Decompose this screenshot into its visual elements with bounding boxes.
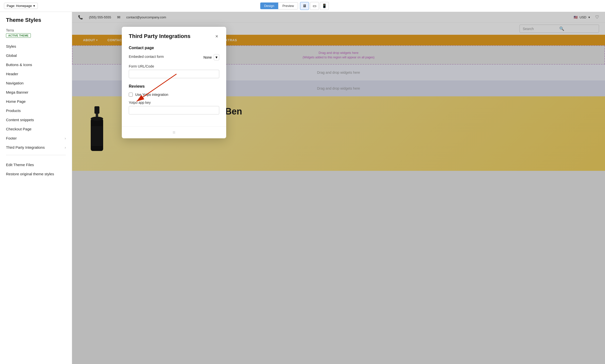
sidebar-item-label: Footer bbox=[6, 136, 17, 140]
modal-header: Third Party Integrations × bbox=[122, 27, 226, 40]
embedded-form-label: Embeded contact form bbox=[129, 55, 164, 59]
sidebar-item-label: Global bbox=[6, 53, 17, 58]
modal-body: Contact page Embeded contact form None ▾… bbox=[122, 40, 226, 126]
modal-close-button[interactable]: × bbox=[214, 33, 219, 40]
page-selector-label: Page: Homepage bbox=[7, 4, 32, 8]
desktop-view-button[interactable]: 🖥 bbox=[300, 2, 309, 10]
sidebar-item-mega-banner[interactable]: Mega Banner bbox=[0, 88, 72, 97]
sidebar-item-label: Checkout Page bbox=[6, 127, 32, 131]
preview-button[interactable]: Preview bbox=[278, 2, 298, 9]
sidebar-item-third-party[interactable]: Third Party Integrations › bbox=[0, 143, 72, 152]
sidebar-item-label: Edit Theme Files bbox=[6, 163, 34, 167]
active-theme-badge: ACTIVE THEME bbox=[6, 33, 31, 38]
form-url-label: Form URL/Code bbox=[129, 64, 219, 68]
sidebar-item-navigation[interactable]: Navigation bbox=[0, 78, 72, 88]
sidebar-nav: Styles Global Buttons & Icons Header Nav… bbox=[0, 42, 72, 152]
sidebar-item-products[interactable]: Products bbox=[0, 106, 72, 115]
modal-title: Third Party Integrations bbox=[129, 33, 190, 39]
top-bar-center: Design Preview 🖥 ▭ 📱 bbox=[260, 2, 329, 10]
mobile-view-button[interactable]: 📱 bbox=[320, 2, 329, 10]
yotpo-checkbox-label: Use Yotpo integration bbox=[135, 93, 168, 97]
sidebar-item-checkout-page[interactable]: Checkout Page bbox=[0, 124, 72, 134]
mobile-icon: 📱 bbox=[322, 3, 327, 8]
design-button[interactable]: Design bbox=[260, 2, 278, 9]
form-value: None bbox=[204, 55, 212, 59]
sidebar-item-label: Content snippets bbox=[6, 118, 34, 122]
sidebar-item-content-snippets[interactable]: Content snippets bbox=[0, 115, 72, 124]
modal: Third Party Integrations × Contact page … bbox=[122, 27, 226, 138]
main-preview: 📞 (555) 555-5555 ✉ contact@yourcompany.c… bbox=[72, 12, 605, 364]
sidebar-item-global[interactable]: Global bbox=[0, 51, 72, 60]
embedded-form-row: Embeded contact form None ▾ bbox=[129, 54, 219, 60]
chevron-down-icon: ▾ bbox=[214, 54, 219, 60]
sidebar-item-label: Products bbox=[6, 109, 21, 113]
form-url-input[interactable] bbox=[129, 70, 219, 78]
sidebar: Theme Styles Terra ACTIVE THEME Styles G… bbox=[0, 12, 72, 364]
chevron-right-icon: › bbox=[65, 136, 66, 140]
drag-handle-icon: ≡ bbox=[173, 130, 175, 135]
sidebar-item-header[interactable]: Header bbox=[0, 69, 72, 78]
chevron-down-icon: ▾ bbox=[33, 4, 35, 8]
layout: Theme Styles Terra ACTIVE THEME Styles G… bbox=[0, 12, 605, 364]
sidebar-item-styles[interactable]: Styles bbox=[0, 42, 72, 51]
sidebar-item-edit-theme[interactable]: Edit Theme Files bbox=[0, 160, 72, 169]
top-bar-left: Page: Homepage ▾ bbox=[4, 3, 38, 9]
yotpo-key-row: Yotpo app key bbox=[129, 101, 219, 114]
chevron-right-icon: › bbox=[65, 146, 66, 149]
top-bar: Page: Homepage ▾ Design Preview 🖥 ▭ 📱 bbox=[0, 0, 605, 12]
reviews-section-label: Reviews bbox=[129, 84, 219, 89]
yotpo-key-label: Yotpo app key bbox=[129, 101, 219, 105]
sidebar-item-label: Navigation bbox=[6, 81, 24, 85]
sidebar-item-footer[interactable]: Footer › bbox=[0, 134, 72, 143]
view-icons: 🖥 ▭ 📱 bbox=[300, 2, 329, 10]
sidebar-item-home-page[interactable]: Home Page bbox=[0, 97, 72, 106]
embedded-form-dropdown[interactable]: None ▾ bbox=[204, 54, 219, 60]
desktop-icon: 🖥 bbox=[302, 4, 306, 8]
tablet-icon: ▭ bbox=[313, 3, 316, 8]
sidebar-item-label: Header bbox=[6, 72, 18, 76]
theme-name: Terra bbox=[0, 28, 72, 33]
sidebar-item-buttons-icons[interactable]: Buttons & Icons bbox=[0, 60, 72, 69]
tablet-view-button[interactable]: ▭ bbox=[310, 2, 319, 10]
sidebar-item-restore[interactable]: Restore original theme styles bbox=[0, 169, 72, 179]
sidebar-item-label: Home Page bbox=[6, 99, 26, 104]
yotpo-checkbox-row: Use Yotpo integration bbox=[129, 93, 219, 97]
embedded-form-inline: Embeded contact form None ▾ bbox=[129, 54, 219, 60]
modal-overlay: Third Party Integrations × Contact page … bbox=[72, 12, 605, 364]
sidebar-item-label: Mega Banner bbox=[6, 90, 28, 94]
sidebar-bottom-nav: Edit Theme Files Restore original theme … bbox=[0, 158, 72, 181]
form-url-row: Form URL/Code bbox=[129, 64, 219, 78]
sidebar-item-label: Styles bbox=[6, 44, 16, 48]
sidebar-title: Theme Styles bbox=[0, 17, 72, 28]
sidebar-item-label: Third Party Integrations bbox=[6, 145, 45, 149]
yotpo-checkbox[interactable] bbox=[129, 93, 133, 97]
yotpo-key-input[interactable] bbox=[129, 106, 219, 114]
sidebar-item-label: Buttons & Icons bbox=[6, 63, 32, 67]
modal-footer: ≡ bbox=[122, 126, 226, 138]
page-selector[interactable]: Page: Homepage ▾ bbox=[4, 3, 38, 9]
sidebar-item-label: Restore original theme styles bbox=[6, 172, 54, 176]
sidebar-divider bbox=[6, 155, 66, 155]
reviews-section: Reviews Use Yotpo integration Yotpo app … bbox=[129, 84, 219, 114]
contact-section-label: Contact page bbox=[129, 46, 219, 50]
